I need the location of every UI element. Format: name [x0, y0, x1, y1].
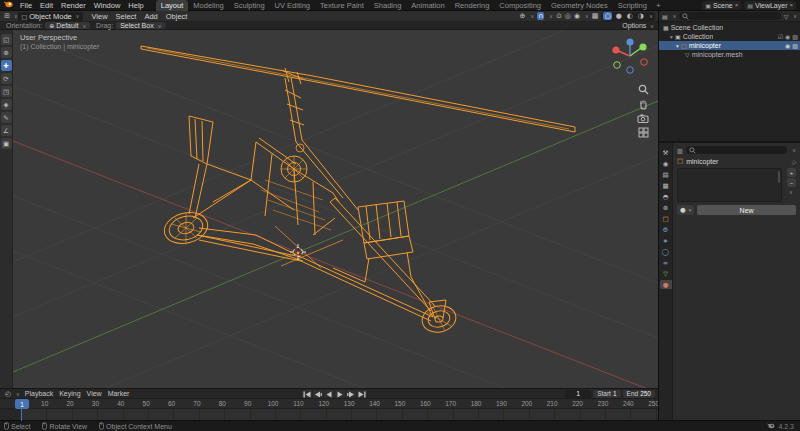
frame-end-field[interactable]: End 250 — [623, 390, 655, 398]
scale-tool[interactable]: ◳ — [1, 86, 12, 97]
cursor-tool[interactable]: ⊕ — [1, 47, 12, 58]
drag-mode-dropdown[interactable]: Select Box ∨ — [116, 22, 165, 29]
workspace-tab[interactable]: Sculpting — [229, 0, 270, 11]
viewport-menu-item[interactable]: Add — [140, 12, 161, 21]
shading-solid-icon[interactable]: ● — [614, 12, 623, 20]
timeline-menu-item[interactable]: Keying — [57, 390, 82, 397]
prev-keyframe-button[interactable] — [313, 390, 323, 398]
topbar-menu-item[interactable]: Render — [57, 0, 90, 11]
properties-tab-object[interactable]: □ — [660, 214, 672, 223]
properties-tab-output[interactable]: ▤ — [660, 170, 672, 179]
view-layer-close-icon[interactable]: × — [789, 2, 793, 8]
disclosure-icon[interactable]: ▾ — [674, 43, 681, 49]
proportional-edit-icon[interactable]: ◎ — [565, 12, 571, 20]
outliner-row-minicopter-mesh[interactable]: ▽ minicopter.mesh — [659, 50, 800, 59]
transform-tool[interactable]: ◈ — [1, 99, 12, 110]
zoom-icon[interactable] — [638, 84, 649, 95]
properties-tab-physics[interactable]: ◯ — [660, 247, 672, 256]
mode-dropdown[interactable]: □ Object Mode ∨ — [18, 12, 84, 21]
chevron-down-icon[interactable]: ∨ — [649, 13, 653, 19]
disable-render-icon[interactable]: ▧ — [792, 42, 798, 49]
workspace-tab[interactable]: Animation — [406, 0, 449, 11]
options-dropdown[interactable]: Options ∨ — [622, 22, 658, 29]
hide-eye-icon[interactable]: ◉ — [785, 33, 790, 40]
scrollbar[interactable] — [778, 171, 780, 183]
properties-tab-data[interactable]: ▽ — [660, 269, 672, 278]
material-browse-dropdown[interactable]: ● ▾ — [677, 205, 694, 215]
timeline-menu-item[interactable]: View — [85, 390, 104, 397]
properties-tab-particles[interactable]: ∗ — [660, 236, 672, 245]
workspace-tab[interactable]: Scripting — [613, 0, 652, 11]
add-slot-button[interactable]: + — [787, 168, 796, 177]
jump-to-start-button[interactable] — [302, 390, 312, 398]
add-workspace-button[interactable]: + — [652, 1, 665, 10]
select-box-tool[interactable]: ◱ — [1, 34, 12, 45]
slot-specials-icon[interactable]: ∨ — [789, 189, 796, 195]
jump-to-end-button[interactable] — [357, 390, 367, 398]
properties-tab-tool[interactable]: ⚒ — [660, 148, 672, 157]
outliner-row-scene-collection[interactable]: ▦ Scene Collection — [659, 23, 800, 32]
properties-tab-constraints[interactable]: ∞ — [660, 258, 672, 267]
scene-unlink-icon[interactable]: × — [735, 2, 739, 8]
add-cube-tool[interactable]: ▣ — [1, 138, 12, 149]
properties-tab-view-layer[interactable]: ▦ — [660, 181, 672, 190]
properties-search-input[interactable] — [686, 146, 788, 154]
viewport-menu-item[interactable]: View — [87, 12, 111, 21]
outliner-display-mode-icon[interactable]: ▤ — [662, 13, 668, 20]
disclosure-icon[interactable]: ▾ — [668, 34, 675, 40]
overlays-icon[interactable]: ◉ — [574, 12, 580, 20]
outliner-search-input[interactable] — [679, 12, 780, 20]
outliner-row-collection[interactable]: ▾ ▣ Collection ☑ ◉ ▧ — [659, 32, 800, 41]
viewport-3d[interactable]: User Perspective (1) Collection | minico… — [13, 30, 658, 388]
play-reverse-button[interactable] — [324, 390, 334, 398]
timeline-menu-item[interactable]: Marker — [106, 390, 132, 397]
properties-tab-material[interactable]: ● — [660, 280, 672, 289]
workspace-tab[interactable]: Rendering — [450, 0, 495, 11]
orthographic-toggle-icon[interactable] — [638, 127, 649, 138]
topbar-menu-item[interactable]: File — [16, 0, 36, 11]
timeline-editor-icon[interactable]: ◴ — [5, 390, 11, 398]
xray-toggle-icon[interactable]: ▩ — [592, 12, 599, 20]
snap-magnet-icon[interactable]: ∩ — [537, 12, 544, 20]
measure-tool[interactable]: ∠ — [1, 125, 12, 136]
outliner-row-minicopter[interactable]: ▾ □ minicopter ◉ ▧ — [659, 41, 800, 50]
new-material-button[interactable]: New — [697, 205, 796, 215]
topbar-menu-item[interactable]: Window — [90, 0, 125, 11]
orientation-dropdown[interactable]: ⊕ Default ∨ — [45, 22, 90, 29]
hide-eye-icon[interactable]: ◉ — [785, 42, 790, 49]
properties-editor-icon[interactable]: ▥ — [677, 147, 683, 154]
viewport-menu-item[interactable]: Object — [162, 12, 192, 21]
workspace-tab[interactable]: Geometry Nodes — [546, 0, 613, 11]
annotate-tool[interactable]: ✎ — [1, 112, 12, 123]
shading-rendered-icon[interactable]: ◑ — [636, 12, 645, 20]
play-button[interactable] — [335, 390, 345, 398]
material-slot-list[interactable] — [677, 168, 782, 202]
workspace-tab[interactable]: Compositing — [494, 0, 546, 11]
filter-icon[interactable]: ▽ — [784, 13, 789, 20]
properties-tab-scene[interactable]: ◓ — [660, 192, 672, 201]
workspace-tab[interactable]: Texture Paint — [315, 0, 369, 11]
view-layer-selector[interactable]: ▤ ViewLayer × — [744, 1, 796, 10]
timeline-menu-item[interactable]: Playback — [23, 390, 55, 397]
pivot-point-icon[interactable]: ⊙ — [556, 12, 562, 20]
frame-start-field[interactable]: Start 1 — [593, 390, 620, 398]
scene-selector[interactable]: ▣ Scene × — [702, 1, 741, 10]
orientation-globe-icon[interactable]: ⊕ — [520, 12, 526, 20]
shading-wireframe-icon[interactable]: ○ — [603, 12, 612, 20]
properties-tab-world[interactable]: ⊕ — [660, 203, 672, 212]
camera-view-icon[interactable] — [637, 114, 649, 123]
remove-slot-button[interactable]: − — [787, 178, 796, 187]
topbar-menu-item[interactable]: Edit — [36, 0, 57, 11]
rotate-tool[interactable]: ⟳ — [1, 73, 12, 84]
timeline-ruler[interactable]: 1020304050607080901001101201301401501601… — [0, 399, 658, 409]
next-keyframe-button[interactable] — [346, 390, 356, 398]
navigation-gizmo[interactable] — [610, 36, 650, 78]
editor-type-icon[interactable]: ⊞ — [4, 12, 10, 20]
exclude-checkbox-icon[interactable]: ☑ — [778, 33, 783, 40]
workspace-tab[interactable]: UV Editing — [270, 0, 315, 11]
workspace-tab[interactable]: Modeling — [188, 0, 228, 11]
shading-material-icon[interactable]: ◐ — [625, 12, 634, 20]
properties-tab-modifiers[interactable]: ⚙ — [660, 225, 672, 234]
properties-tab-render[interactable]: ◉ — [660, 159, 672, 168]
move-tool[interactable]: ✚ — [1, 60, 12, 71]
